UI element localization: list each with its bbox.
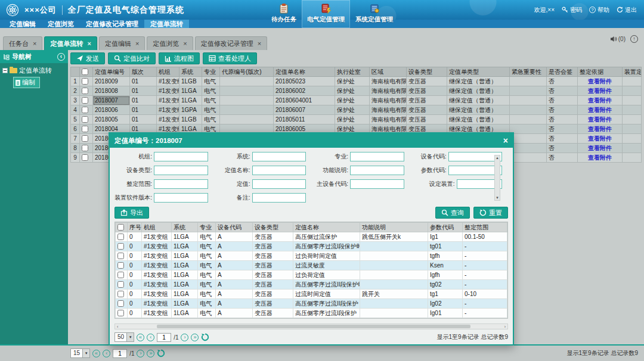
page-number-input[interactable] xyxy=(113,349,127,358)
row-checkbox[interactable] xyxy=(82,107,88,113)
query-button[interactable]: 查询 xyxy=(435,207,470,219)
row-checkbox[interactable] xyxy=(117,281,124,288)
row-checkbox[interactable] xyxy=(117,262,124,269)
row-checkbox[interactable] xyxy=(117,291,124,297)
view-attachment-link[interactable]: 查看附件 xyxy=(580,77,620,86)
form-field-input[interactable] xyxy=(350,152,404,161)
horizontal-scrollbar[interactable]: ‹ › xyxy=(114,323,508,329)
tab-close-icon[interactable]: × xyxy=(87,40,91,47)
view-attachment-link[interactable]: 查看附件 xyxy=(580,135,620,143)
module-todo-tasks[interactable]: 待办任务 xyxy=(266,0,302,28)
tab[interactable]: 定值编辑 × xyxy=(99,36,145,50)
view-attachment-link[interactable]: 查看附件 xyxy=(580,87,620,95)
table-row[interactable]: 0 #1发变组 1LGA 电气 A 变压器 高压侧零序过流II段保护 Ig02 … xyxy=(116,299,507,309)
form-field-input[interactable] xyxy=(252,152,306,161)
form-field-input[interactable] xyxy=(350,166,404,175)
table-row[interactable]: 0 #1发变组 1LGA 电气 A 变压器 高压侧零序过流I段保护 Ig01 - xyxy=(116,309,507,318)
tab-close-icon[interactable]: × xyxy=(33,40,36,47)
row-checkbox[interactable] xyxy=(82,78,88,85)
select-all-checkbox[interactable] xyxy=(82,69,88,75)
form-field-input[interactable] xyxy=(154,179,208,189)
tree-expander-icon[interactable] xyxy=(2,68,8,73)
row-checkbox[interactable] xyxy=(117,234,124,240)
module-system-setting[interactable]: 系统定值管理 xyxy=(350,0,398,28)
row-checkbox[interactable] xyxy=(82,145,88,151)
form-field-input[interactable] xyxy=(154,152,208,161)
scroll-down-icon[interactable]: ▼ xyxy=(496,195,499,200)
tab[interactable]: 定值浏览 × xyxy=(147,36,193,50)
notification-sound[interactable]: (0) xyxy=(610,36,626,42)
row-checkbox[interactable] xyxy=(117,253,124,259)
form-field-input[interactable] xyxy=(350,179,404,189)
logout-link[interactable]: 退出 xyxy=(617,6,637,14)
form-field-input[interactable] xyxy=(154,166,208,175)
page-size-select[interactable]: 50 ▼ xyxy=(114,332,134,342)
tree-node-root[interactable]: 定值单流转 xyxy=(2,66,66,75)
table-row[interactable]: 0 #1发变组 1LGA 电气 A 变压器 过流时间定值 跳开关 tg1 0-1… xyxy=(116,290,507,299)
refresh-button[interactable] xyxy=(201,333,209,341)
tab-close-icon[interactable]: × xyxy=(135,40,139,47)
export-button[interactable]: 导出 xyxy=(114,207,149,219)
prev-page-button[interactable]: ‹ xyxy=(147,334,154,341)
table-row[interactable]: 0 #1发变组 1LGA 电气 A 变压器 过负荷时间定值 tgfh - xyxy=(116,251,507,261)
menu-item[interactable]: 定值浏览 xyxy=(42,20,80,28)
row-checkbox[interactable] xyxy=(82,126,88,132)
form-scrollbar[interactable]: ▲ ▼ xyxy=(494,155,500,201)
close-icon[interactable]: × xyxy=(503,136,508,145)
page-size-select[interactable]: 15 ▼ xyxy=(70,348,90,358)
row-checkbox[interactable] xyxy=(82,135,88,142)
expand-icon[interactable]: ↑ xyxy=(630,35,638,43)
tab[interactable]: 定值单流转 × xyxy=(44,36,97,50)
row-checkbox[interactable] xyxy=(117,310,124,316)
next-page-button[interactable]: › xyxy=(137,350,144,357)
form-field-input[interactable] xyxy=(252,166,306,175)
scroll-up-icon[interactable]: ▲ xyxy=(496,155,499,160)
first-page-button[interactable]: « xyxy=(92,350,100,357)
menu-item[interactable]: 定值编辑 xyxy=(4,20,42,28)
compare-button[interactable]: 定值比对 xyxy=(108,52,156,64)
collapse-sidebar-icon[interactable]: ‹ xyxy=(57,53,65,61)
prev-page-button[interactable]: ‹ xyxy=(103,350,110,357)
row-checkbox[interactable] xyxy=(82,88,88,94)
tree-node-compile[interactable]: 编制 xyxy=(13,77,40,88)
table-row[interactable]: 0 #1发变组 1LGA 电气 A 变压器 过负荷定值 Igfh - xyxy=(116,270,507,280)
table-row[interactable]: 0 #1发变组 1LGA 电气 A 变压器 高压侧零序过流II段保护时间 tg0… xyxy=(116,280,507,290)
page-number-input[interactable] xyxy=(157,333,171,342)
row-checkbox[interactable] xyxy=(117,243,124,250)
row-checkbox[interactable] xyxy=(117,272,124,278)
row-checkbox[interactable] xyxy=(82,154,88,161)
reset-button[interactable]: 重置 xyxy=(473,207,508,219)
view-attachment-link[interactable]: 查看附件 xyxy=(580,106,620,114)
view-handler-button[interactable]: 查看处理人 xyxy=(203,52,257,64)
view-attachment-link[interactable]: 查看附件 xyxy=(580,125,620,133)
scrollbar-thumb[interactable] xyxy=(157,325,470,328)
first-page-button[interactable]: « xyxy=(137,334,144,341)
refresh-button[interactable] xyxy=(157,349,165,357)
help-link[interactable]: ? 帮助 xyxy=(589,6,609,14)
form-field-input[interactable] xyxy=(252,179,306,189)
table-row[interactable]: 1 2018009 01 #1发变组 1LGB 电气 201805023 保护处… xyxy=(71,77,642,86)
menu-item[interactable]: 定值修改记录管理 xyxy=(80,20,144,28)
form-field-input[interactable] xyxy=(252,193,306,203)
last-page-button[interactable]: » xyxy=(147,350,154,357)
table-row[interactable]: 5 2018005 01 #1发变组 1LGB 电气 201805011 保护处… xyxy=(71,115,642,125)
scroll-left-icon[interactable]: ‹ xyxy=(117,325,118,329)
scroll-right-icon[interactable]: › xyxy=(504,325,506,329)
row-checkbox[interactable] xyxy=(82,97,88,104)
table-row[interactable]: 0 #1发变组 1LGA 电气 A 变压器 高压侧零序过流I段保护时间 tg01… xyxy=(116,242,507,251)
table-row[interactable]: 3 2018007 01 #1发变组 1LGA 电气 20180604001 保… xyxy=(71,96,642,105)
tab[interactable]: 定值修改记录管理 × xyxy=(195,36,267,50)
row-checkbox[interactable] xyxy=(82,116,88,123)
view-attachment-link[interactable]: 查看附件 xyxy=(580,154,620,162)
flowchart-button[interactable]: 流程图 xyxy=(159,52,200,64)
view-attachment-link[interactable]: 查看附件 xyxy=(580,97,620,105)
send-button[interactable]: 发送 xyxy=(70,52,105,64)
password-link[interactable]: 密码 xyxy=(562,6,582,14)
table-row[interactable]: 4 2018006 01 #1发变组 1GPA 电气 201806007 保护处… xyxy=(71,105,642,115)
table-row[interactable]: 0 #1发变组 1LGA 电气 A 变压器 过流灵敏度 Ksen - xyxy=(116,261,507,270)
next-page-button[interactable]: › xyxy=(181,334,188,341)
view-attachment-link[interactable]: 查看附件 xyxy=(580,116,620,124)
menu-item[interactable]: 定值单流转 xyxy=(144,20,189,28)
row-checkbox[interactable] xyxy=(117,300,124,307)
table-row[interactable]: 0 #1发变组 1LGA 电气 A 变压器 高压侧过流保护 跳低压侧开关k Ig… xyxy=(116,232,507,242)
